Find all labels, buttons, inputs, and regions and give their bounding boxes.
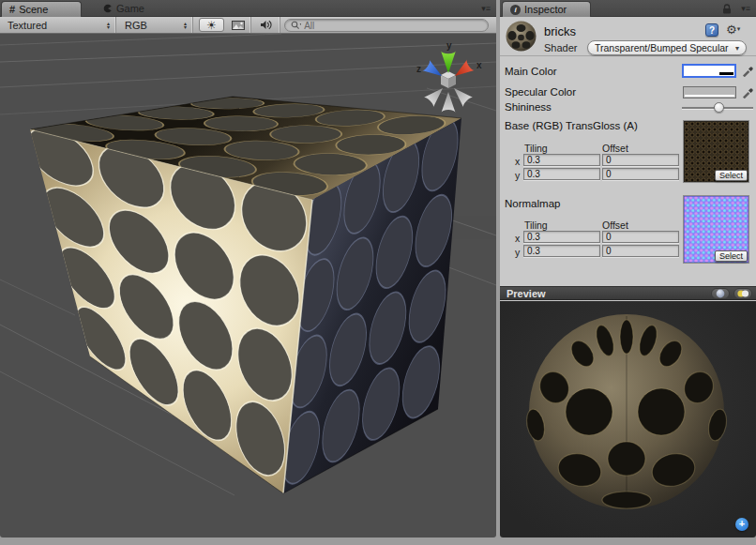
- inspector-panel-menu-icon[interactable]: ▾≡: [741, 5, 750, 13]
- gizmo-negative-axis-cone[interactable]: [449, 83, 474, 108]
- gizmo-y-axis-cone[interactable]: [441, 51, 456, 73]
- info-icon: i: [510, 5, 521, 15]
- main-color-swatch[interactable]: [682, 64, 736, 78]
- search-icon: [291, 21, 301, 30]
- gizmo-center-cube[interactable]: [441, 71, 456, 88]
- main-color-label: Main Color: [505, 66, 557, 77]
- gizmo-negative-axis-cone[interactable]: [423, 83, 447, 108]
- shininess-label: Shininess: [505, 101, 552, 113]
- sphere-icon: [716, 289, 725, 298]
- tab-game[interactable]: Game: [103, 0, 144, 17]
- orientation-gizmo[interactable]: y x z: [409, 38, 491, 116]
- base-offset-label: Offset: [602, 143, 628, 154]
- image-icon: [232, 21, 245, 30]
- updown-arrows-icon: ▴▾: [184, 22, 187, 29]
- normalmap-select-button[interactable]: Select: [715, 250, 748, 262]
- main-color-alpha-bar: [685, 72, 733, 75]
- normal-y-label: y: [515, 247, 520, 258]
- speaker-icon: [260, 20, 272, 30]
- normal-offset-label: Offset: [602, 220, 628, 231]
- material-preview-area[interactable]: +: [500, 301, 756, 537]
- preview-bar: Preview: [500, 286, 756, 300]
- gear-icon[interactable]: ⚙▾: [726, 23, 740, 37]
- tab-game-label: Game: [116, 3, 144, 14]
- shader-label: Shader: [544, 42, 577, 53]
- normal-offset-x-field[interactable]: [602, 231, 679, 243]
- material-sphere-thumbnail[interactable]: [505, 20, 537, 53]
- draw-mode-dropdown[interactable]: Textured ▴▾: [0, 17, 116, 33]
- light-toggle-icon: [736, 289, 749, 298]
- base-y-label: y: [515, 170, 520, 181]
- add-component-plus-button[interactable]: +: [735, 518, 748, 531]
- color-mode-value: RGB: [117, 20, 184, 31]
- normalmap-title: Normalmap: [505, 198, 560, 209]
- tab-inspector-label: Inspector: [524, 4, 567, 15]
- base-map-title: Base (RGB) TransGloss (A): [505, 120, 638, 131]
- preview-sphere: [500, 301, 756, 537]
- lock-icon[interactable]: [722, 4, 732, 14]
- base-texture-thumbnail[interactable]: Select: [683, 120, 749, 183]
- normal-offset-y-field[interactable]: [602, 245, 679, 257]
- updown-arrows-icon: ▴▾: [107, 22, 110, 29]
- audio-toggle-button[interactable]: [252, 17, 280, 33]
- normalmap-texture-thumbnail[interactable]: Select: [683, 195, 749, 264]
- specular-color-label: Specular Color: [505, 86, 576, 98]
- gizmo-y-label: y: [446, 40, 452, 51]
- eyedropper-icon[interactable]: [741, 63, 753, 77]
- tab-scene-label: Scene: [19, 4, 48, 15]
- inspector-panel: i Inspector ▾≡: [500, 0, 756, 537]
- base-offset-y-field[interactable]: [602, 168, 679, 180]
- specular-color-alpha-bar: [685, 95, 734, 98]
- inspector-tabbar: i Inspector ▾≡: [500, 0, 756, 17]
- color-mode-dropdown[interactable]: RGB ▴▾: [117, 17, 193, 33]
- unity-editor-window: # Scene Game ▾≡ Textured ▴▾ RGB ▴▾ ☀: [0, 0, 756, 545]
- render-mode-button[interactable]: [226, 17, 251, 33]
- textured-cube: [17, 96, 461, 493]
- tab-scene[interactable]: # Scene: [1, 1, 82, 17]
- gizmo-negative-axis-cone[interactable]: [442, 92, 456, 113]
- normal-tiling-x-field[interactable]: [523, 231, 600, 243]
- scene-viewport[interactable]: y x z: [0, 34, 496, 537]
- chevron-down-icon: ▾: [735, 44, 739, 53]
- base-tiling-x-field[interactable]: [523, 154, 600, 166]
- help-icon[interactable]: ?: [705, 23, 718, 37]
- eyedropper-icon[interactable]: [741, 84, 753, 98]
- sun-icon: ☀: [206, 19, 217, 32]
- normal-tiling-label: Tiling: [524, 220, 548, 231]
- preview-lighting-button[interactable]: [733, 288, 752, 299]
- scene-tabbar: # Scene Game ▾≡: [0, 0, 496, 17]
- base-tiling-y-field[interactable]: [523, 168, 600, 180]
- inspector-body: bricks Shader Transparent/Bumped Specula…: [500, 17, 756, 537]
- draw-mode-value: Textured: [0, 20, 107, 31]
- scene-grid-icon: #: [9, 4, 15, 15]
- gizmo-x-label: x: [476, 60, 482, 70]
- game-icon: [103, 4, 113, 13]
- preview-sphere-button[interactable]: [711, 288, 730, 299]
- base-x-label: x: [515, 156, 520, 167]
- base-tiling-label: Tiling: [524, 143, 548, 154]
- shader-dropdown[interactable]: Transparent/Bumped Specular ▾: [587, 40, 747, 55]
- material-name: bricks: [544, 24, 576, 38]
- material-header: bricks Shader Transparent/Bumped Specula…: [500, 17, 756, 56]
- scene-panel-menu-icon[interactable]: ▾≡: [481, 5, 491, 13]
- scene-toolbar: Textured ▴▾ RGB ▴▾ ☀: [0, 17, 496, 34]
- specular-color-swatch[interactable]: [683, 86, 736, 98]
- scene-search-field[interactable]: [284, 19, 489, 32]
- shader-dropdown-value: Transparent/Bumped Specular: [595, 42, 732, 53]
- search-input[interactable]: [304, 21, 482, 31]
- gizmo-z-label: z: [416, 64, 421, 74]
- lighting-toggle-button[interactable]: ☀: [199, 18, 224, 32]
- normal-tiling-y-field[interactable]: [523, 245, 600, 257]
- shininess-slider-thumb[interactable]: [714, 102, 724, 113]
- tab-inspector[interactable]: i Inspector: [502, 1, 591, 17]
- normal-x-label: x: [515, 233, 520, 244]
- preview-title: Preview: [500, 288, 711, 299]
- base-select-button[interactable]: Select: [715, 170, 748, 181]
- base-offset-x-field[interactable]: [602, 154, 679, 166]
